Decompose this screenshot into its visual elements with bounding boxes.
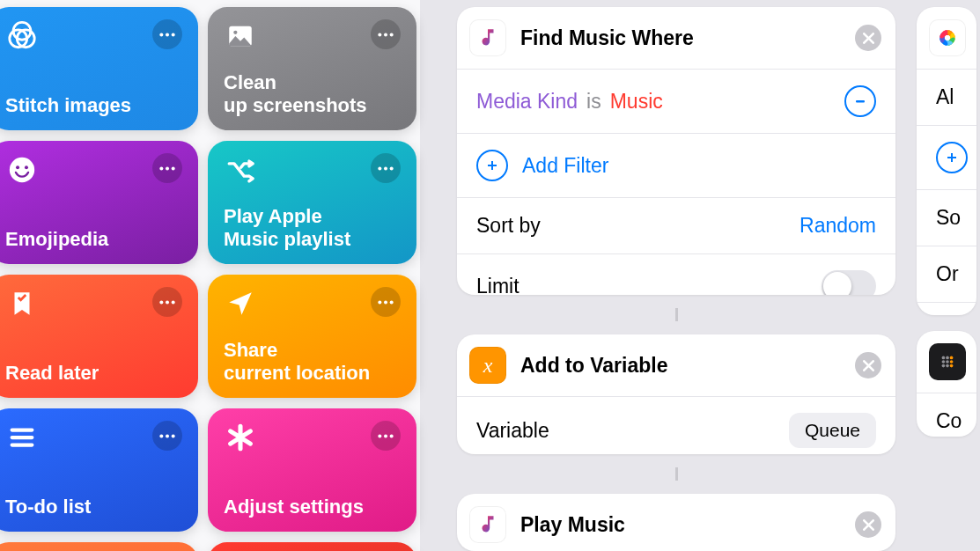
more-button[interactable]: [152, 19, 182, 49]
svg-point-49: [942, 356, 946, 360]
tile-label: Adjust settings: [224, 496, 401, 518]
shortcut-tile[interactable]: Adjust settings: [208, 408, 416, 532]
shortcut-tile[interactable]: Play AppleMusic playlist: [208, 141, 416, 264]
svg-point-13: [25, 165, 28, 169]
svg-point-15: [166, 166, 169, 170]
connector: [675, 308, 678, 321]
action-add-to-variable: x Add to Variable Variable Queue: [457, 334, 895, 454]
peek-row[interactable]: So: [917, 189, 976, 246]
filter-row[interactable]: Media Kind is Music: [457, 69, 895, 133]
venn-icon: [5, 19, 39, 53]
smile-icon: [5, 153, 39, 187]
sort-by-row[interactable]: Sort by Random: [457, 197, 895, 253]
svg-point-10: [390, 33, 394, 36]
shortcut-tile[interactable]: Sharecurrent location: [208, 275, 416, 398]
svg-point-27: [166, 434, 169, 437]
action-title: Play Music: [520, 513, 841, 537]
svg-point-5: [172, 33, 175, 36]
sort-label: Sort by: [476, 214, 799, 238]
action-find-music: Find Music Where Media Kind is Music: [457, 7, 895, 295]
calculator-app-icon: [929, 343, 966, 380]
svg-point-55: [942, 364, 946, 368]
connector: [675, 467, 678, 481]
limit-toggle[interactable]: [822, 270, 876, 295]
sort-value[interactable]: Random: [799, 214, 876, 238]
limit-label: Limit: [476, 275, 822, 296]
image-icon: [224, 19, 257, 53]
svg-point-22: [172, 300, 175, 304]
plus-icon: [936, 142, 968, 173]
filter-field[interactable]: Media Kind: [476, 90, 578, 114]
svg-point-53: [946, 360, 949, 364]
svg-point-30: [384, 434, 387, 437]
list-icon: [5, 421, 39, 454]
svg-point-29: [378, 434, 381, 437]
filter-op[interactable]: is: [586, 90, 601, 114]
svg-point-11: [10, 158, 34, 182]
more-button[interactable]: [152, 421, 182, 451]
tile-label: Cleanup screenshots: [224, 71, 401, 116]
svg-point-21: [166, 300, 169, 304]
tile-label: Stitch images: [5, 94, 182, 116]
peek-row[interactable]: Co: [917, 393, 976, 437]
svg-point-9: [384, 33, 387, 36]
actions-column: Find Music Where Media Kind is Music: [457, 7, 895, 551]
tile-label: Emojipedia: [5, 228, 182, 250]
tile-label: Play AppleMusic playlist: [224, 205, 401, 250]
svg-point-57: [950, 364, 954, 368]
limit-row[interactable]: Limit: [457, 253, 895, 295]
shortcut-tile[interactable]: Emojipedia: [0, 141, 198, 264]
shortcut-tile[interactable]: To-do list: [0, 408, 198, 532]
more-button[interactable]: [371, 19, 401, 49]
peek-row[interactable]: Al: [917, 69, 976, 125]
svg-point-3: [159, 33, 163, 36]
svg-point-19: [390, 166, 394, 170]
variable-row[interactable]: Variable Queue: [457, 396, 895, 454]
more-button[interactable]: [152, 153, 182, 183]
variable-label: Variable: [476, 419, 789, 443]
shortcut-tile[interactable]: [0, 542, 198, 551]
svg-point-8: [378, 33, 381, 36]
tile-label: Read later: [5, 362, 182, 384]
more-button[interactable]: [152, 287, 182, 317]
svg-point-51: [950, 356, 954, 360]
svg-point-23: [378, 300, 381, 304]
more-button[interactable]: [371, 153, 401, 183]
shortcut-tile[interactable]: Stitch images: [0, 7, 198, 130]
filter-value[interactable]: Music: [610, 90, 663, 114]
more-button[interactable]: [371, 421, 401, 451]
svg-point-24: [384, 300, 387, 304]
svg-point-25: [390, 300, 394, 304]
svg-point-28: [172, 434, 175, 437]
svg-point-16: [172, 166, 175, 170]
remove-action-button[interactable]: [855, 25, 881, 51]
action-title: Add to Variable: [520, 354, 841, 378]
shortcut-tile[interactable]: Cleanup screenshots: [208, 7, 416, 130]
svg-point-14: [159, 166, 163, 170]
add-filter-button[interactable]: Add Filter: [457, 133, 895, 197]
music-app-icon: [469, 506, 506, 543]
plus-icon: [476, 150, 508, 181]
secondary-column: Al So Or Lin: [917, 7, 976, 551]
svg-rect-40: [856, 100, 865, 102]
shortcuts-grid: Stitch imagesCleanup screenshotsEmojiped…: [0, 0, 420, 551]
remove-action-button[interactable]: [855, 352, 881, 378]
peek-row[interactable]: Or: [917, 246, 976, 302]
action-calc-peek: Co: [917, 331, 976, 437]
action-play-music: Play Music: [457, 494, 895, 551]
photos-app-icon: [929, 19, 966, 56]
shortcut-tile[interactable]: Read later: [0, 275, 198, 398]
editor-area: Find Music Where Media Kind is Music: [420, 0, 980, 551]
svg-point-20: [159, 300, 163, 304]
peek-add-filter[interactable]: [917, 125, 976, 189]
svg-point-7: [233, 31, 237, 34]
peek-row[interactable]: Lin: [917, 302, 976, 315]
more-button[interactable]: [371, 287, 401, 317]
shortcut-tile[interactable]: [208, 542, 416, 551]
tile-label: Sharecurrent location: [224, 339, 401, 384]
music-app-icon: [469, 19, 506, 56]
remove-action-button[interactable]: [855, 511, 881, 538]
svg-point-12: [16, 165, 19, 169]
variable-value-pill[interactable]: Queue: [789, 413, 876, 448]
remove-filter-button[interactable]: [844, 85, 876, 117]
